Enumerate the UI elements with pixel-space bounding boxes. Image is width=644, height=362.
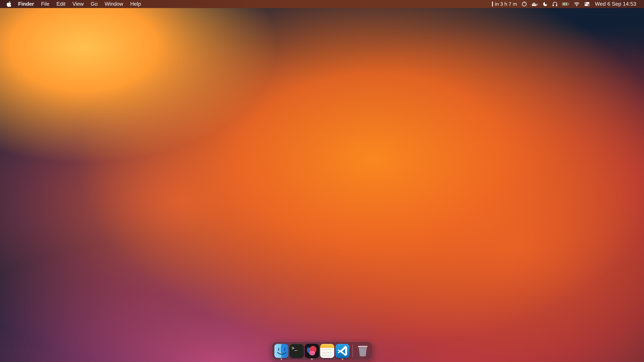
battery-icon	[562, 1, 569, 6]
dock-item-trash[interactable]	[356, 344, 370, 358]
desktop[interactable]: Finder File Edit View Go Window Help in …	[0, 0, 644, 362]
status-ring-icon	[522, 1, 527, 7]
running-indicator	[281, 359, 282, 360]
timer-bar-icon	[492, 1, 493, 6]
active-app-menu[interactable]: Finder	[14, 0, 38, 8]
vscode-logo-icon	[337, 345, 348, 357]
menu-bar: Finder File Edit View Go Window Help in …	[0, 0, 644, 8]
menu-view[interactable]: View	[69, 0, 87, 8]
dock-item-finder[interactable]	[274, 344, 288, 358]
terminal-prompt-glyph: >_	[292, 345, 297, 351]
dock-item-notes[interactable]	[320, 344, 334, 358]
menubar-clock[interactable]: Wed 6 Sep 14:53	[592, 0, 637, 8]
focus-status-item[interactable]	[540, 0, 550, 8]
running-indicator	[342, 359, 343, 360]
photos-icon	[305, 344, 319, 358]
trash-icon	[356, 344, 370, 358]
running-indicator	[311, 359, 312, 360]
notes-yellow-band	[320, 344, 334, 348]
menu-bar-status-area: in 3 h 7 m	[490, 0, 637, 8]
docker-icon	[532, 2, 538, 6]
docker-status-item[interactable]	[529, 0, 540, 8]
menu-edit[interactable]: Edit	[53, 0, 69, 8]
notes-lines	[320, 348, 334, 358]
menu-bar-left: Finder File Edit View Go Window Help	[6, 0, 144, 8]
apple-menu[interactable]	[6, 0, 14, 8]
wifi-icon	[574, 1, 580, 7]
status-ring-item[interactable]	[519, 0, 529, 8]
focus-moon-icon	[542, 1, 548, 7]
headphones-icon	[552, 1, 558, 7]
dock: >_	[271, 342, 373, 360]
timer-text: in 3 h 7 m	[495, 1, 517, 7]
control-center-item[interactable]	[582, 0, 592, 8]
control-center-icon	[584, 1, 590, 7]
menu-file[interactable]: File	[38, 0, 53, 8]
notes-icon	[320, 344, 334, 358]
dock-item-terminal[interactable]: >_	[290, 344, 304, 358]
menu-go[interactable]: Go	[87, 0, 101, 8]
dock-item-vscode[interactable]	[336, 344, 350, 358]
vscode-icon	[336, 344, 350, 358]
wifi-status-item[interactable]	[572, 0, 582, 8]
dock-item-photos[interactable]	[305, 344, 319, 358]
timer-status-item[interactable]: in 3 h 7 m	[490, 0, 519, 8]
terminal-icon: >_	[290, 344, 304, 358]
finder-icon	[274, 344, 288, 358]
audio-status-item[interactable]	[550, 0, 560, 8]
photos-flower-icon	[305, 344, 319, 358]
apple-logo-icon	[7, 1, 11, 7]
finder-face-icon	[274, 344, 288, 358]
battery-status-item[interactable]	[560, 0, 572, 8]
menu-window[interactable]: Window	[101, 0, 126, 8]
dock-separator	[352, 345, 353, 357]
dock-wrap: >_	[0, 342, 644, 360]
menu-help[interactable]: Help	[126, 0, 144, 8]
